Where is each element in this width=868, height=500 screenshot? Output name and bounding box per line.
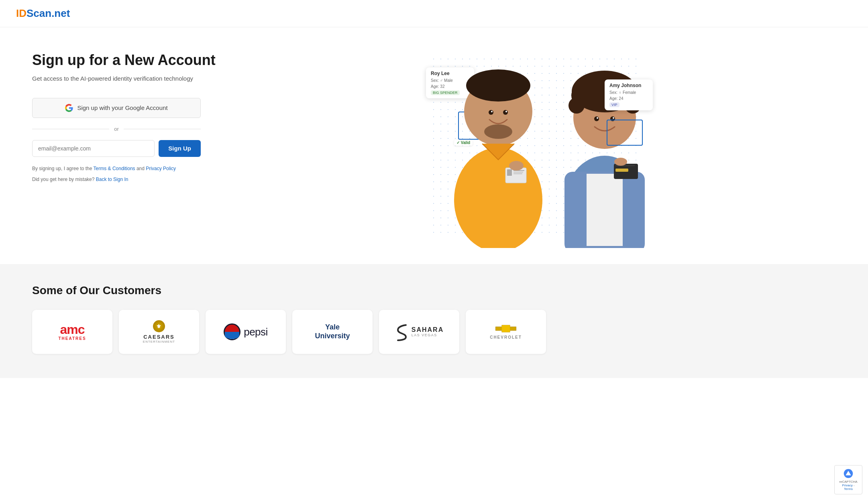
divider-text: or <box>114 126 119 132</box>
back-text: Did you get here by mistake? Back to Sig… <box>32 177 225 182</box>
svg-point-11 <box>491 111 493 112</box>
caesars-text: CAESARS <box>143 334 175 340</box>
person-right-name: Amy Johnson <box>609 83 648 88</box>
svg-point-8 <box>509 161 524 171</box>
terms-link[interactable]: Terms & Conditions <box>94 166 135 171</box>
google-icon <box>65 104 73 112</box>
left-panel: Sign up for a New Account Get access to … <box>32 47 225 182</box>
scan-frame-right <box>607 120 643 146</box>
svg-rect-4 <box>507 169 512 176</box>
logo-id: ID <box>16 7 26 19</box>
pepsi-logo: pepsi <box>224 323 268 340</box>
svg-rect-28 <box>615 169 628 172</box>
person-left-figure <box>442 47 554 248</box>
svg-point-21 <box>568 98 585 114</box>
amc-text: amc <box>58 323 86 336</box>
customer-card-chevrolet: CHEVROLET <box>466 310 546 354</box>
sahara-s-icon <box>395 322 409 342</box>
email-row: Sign Up <box>32 140 201 157</box>
sahara-main-text: SAHARA <box>412 327 444 333</box>
privacy-link[interactable]: Privacy Policy <box>146 166 176 171</box>
svg-point-2 <box>466 69 530 102</box>
bowtie-svg <box>495 324 517 333</box>
person-right-age: Age: 24 <box>609 96 648 102</box>
customer-card-yale: YaleUniversity <box>292 310 373 354</box>
signup-title: Sign up for a New Account <box>32 51 225 69</box>
chevrolet-logo: CHEVROLET <box>490 324 522 339</box>
divider-line-left <box>32 129 109 129</box>
caesars-logo: ⚜ CAESARS ENTERTAINMENT <box>143 320 175 343</box>
logo: IDScan.net <box>16 7 852 20</box>
svg-point-13 <box>484 124 512 139</box>
svg-point-30 <box>614 158 627 166</box>
yale-text: YaleUniversity <box>315 323 350 340</box>
sahara-sub-text: LAS VEGAS <box>412 333 444 337</box>
customer-card-pepsi: pepsi <box>206 310 286 354</box>
info-card-right: Amy Johnson Sex: ♀ Female Age: 24 VIP <box>605 79 653 110</box>
google-signup-button[interactable]: Sign up with your Google Account <box>32 98 201 118</box>
amc-logo: amc THEATRES <box>58 323 86 341</box>
header: IDScan.net <box>0 0 868 27</box>
svg-point-9 <box>489 110 493 115</box>
customers-grid: amc THEATRES ⚜ CAESARS ENTERTAINMENT pep… <box>32 310 836 354</box>
signup-button[interactable]: Sign Up <box>159 140 201 157</box>
customer-card-caesars: ⚜ CAESARS ENTERTAINMENT <box>119 310 199 354</box>
yale-logo: YaleUniversity <box>315 323 350 340</box>
person-right-sex: Sex: ♀ Female <box>609 89 648 96</box>
svg-rect-16 <box>587 174 623 246</box>
divider-line-right <box>124 129 201 129</box>
customers-title: Some of Our Customers <box>32 284 836 297</box>
sahara-logo: SAHARA LAS VEGAS <box>395 322 444 342</box>
chevrolet-bowtie-icon <box>495 324 517 333</box>
amc-theatres-text: THEATRES <box>58 336 86 341</box>
svg-point-12 <box>505 111 507 112</box>
auth-status: ✓ Valid <box>454 140 473 146</box>
svg-point-25 <box>597 117 598 119</box>
google-button-label: Sign up with your Google Account <box>77 104 167 111</box>
divider-row: or <box>32 126 201 132</box>
pepsi-name-text: pepsi <box>244 326 268 338</box>
svg-rect-31 <box>502 325 510 332</box>
person-right-badge: VIP <box>609 102 619 107</box>
hero-illustration: Roy Lee Sex: ♂ Male Age: 32 BIG SPENDER <box>422 47 655 248</box>
main-section: Sign up for a New Account Get access to … <box>0 27 868 264</box>
email-input[interactable] <box>32 140 155 157</box>
right-panel: Roy Lee Sex: ♂ Male Age: 32 BIG SPENDER <box>225 47 852 248</box>
caesars-icon: ⚜ <box>153 320 165 332</box>
pepsi-circle-icon <box>224 323 240 340</box>
customers-section: Some of Our Customers amc THEATRES ⚜ CAE… <box>0 264 868 378</box>
svg-point-10 <box>503 110 508 115</box>
svg-point-23 <box>594 116 599 121</box>
back-to-signin-link[interactable]: Back to Sign In <box>96 177 128 182</box>
caesars-sub-text: ENTERTAINMENT <box>143 340 175 343</box>
legal-text: By signing up, I agree to the Terms & Co… <box>32 165 225 173</box>
customer-card-sahara: SAHARA LAS VEGAS <box>379 310 459 354</box>
sahara-words: SAHARA LAS VEGAS <box>412 327 444 337</box>
svg-point-0 <box>454 148 542 248</box>
customer-card-amc: amc THEATRES <box>32 310 112 354</box>
svg-point-26 <box>613 117 614 119</box>
signup-subtitle: Get access to the AI-powered identity ve… <box>32 74 225 83</box>
logo-scan: Scan.net <box>26 7 70 19</box>
chevrolet-text: CHEVROLET <box>490 335 522 339</box>
